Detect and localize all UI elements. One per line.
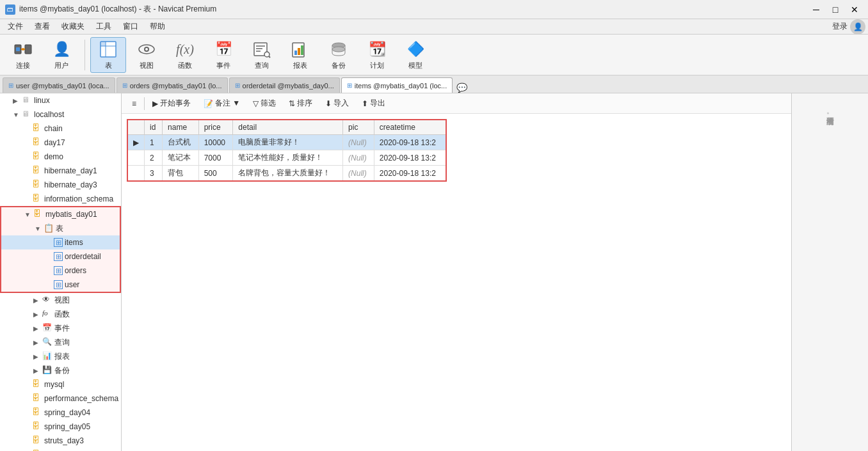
sidebar-label-hibernate-day1: hibernate_day1: [44, 166, 97, 175]
tab-orders[interactable]: ⊞ orders @mybatis_day01 (lo...: [117, 77, 228, 93]
menu-btn[interactable]: ≡: [127, 98, 141, 109]
toolbar-report[interactable]: 报表: [282, 37, 318, 73]
cell-createtime-2[interactable]: 2020-09-18 13:2: [374, 150, 446, 166]
table-icon-orderdetail: ⊞: [54, 252, 63, 261]
sidebar-item-performance-schema[interactable]: 🗄 performance_schema: [0, 392, 121, 406]
toolbar-query[interactable]: 查询: [244, 37, 280, 73]
toolbar-table[interactable]: 表: [90, 37, 126, 73]
table-row[interactable]: 3 背包 500 名牌背包，容量大质量好！ (Null) 2020-09-18 …: [127, 166, 446, 182]
cell-detail-1[interactable]: 电脑质量非常好！: [233, 135, 343, 150]
sidebar-item-tables-folder[interactable]: ▼ 📋 表: [1, 221, 120, 235]
sidebar-item-functions[interactable]: ▶ fo 函数: [0, 307, 121, 321]
cell-pic-2[interactable]: (Null): [343, 150, 374, 166]
login-label[interactable]: 登录: [832, 21, 848, 32]
sidebar-item-linux[interactable]: ▶ 🖥 linux: [0, 93, 121, 107]
cell-price-1[interactable]: 10000: [198, 135, 233, 150]
th-detail[interactable]: detail: [233, 120, 343, 135]
sort-btn[interactable]: ⇅ 排序: [284, 97, 317, 110]
sidebar-label-user: user: [65, 280, 79, 289]
th-id[interactable]: id: [145, 120, 163, 135]
sidebar-item-information-schema[interactable]: 🗄 information_schema: [0, 192, 121, 206]
th-price[interactable]: price: [198, 120, 233, 135]
sidebar-item-orders[interactable]: ⊞ orders: [1, 264, 120, 278]
cell-createtime-3[interactable]: 2020-09-18 13:2: [374, 166, 446, 182]
cell-createtime-1[interactable]: 2020-09-18 13:2: [374, 135, 446, 150]
report-label: 报表: [293, 61, 307, 70]
menu-window[interactable]: 窗口: [118, 20, 143, 33]
user-avatar[interactable]: 👤: [850, 19, 865, 35]
sidebar-label-demo: demo: [44, 152, 63, 161]
cell-id-1[interactable]: 1: [145, 135, 163, 150]
sidebar-item-views[interactable]: ▶ 👁 视图: [0, 293, 121, 307]
cell-name-1[interactable]: 台式机: [163, 135, 199, 150]
tab-items[interactable]: ⊞ items @mybatis_day01 (loc...: [341, 77, 453, 93]
table-row[interactable]: ▶ 1 台式机 10000 电脑质量非常好！ (Null) 2020-09-18…: [127, 135, 446, 150]
table-row[interactable]: 2 笔记本 7000 笔记本性能好，质量好！ (Null) 2020-09-18…: [127, 150, 446, 166]
tab-extra-btn[interactable]: 💬: [456, 83, 467, 93]
menu-view[interactable]: 查看: [29, 20, 55, 33]
close-button[interactable]: ✕: [846, 3, 863, 16]
toolbar-backup[interactable]: 备份: [321, 37, 357, 73]
th-pic[interactable]: pic: [343, 120, 374, 135]
sidebar-item-struts-day3[interactable]: 🗄 struts_day3: [0, 434, 121, 448]
start-transaction-btn[interactable]: ▶ 开始事务: [147, 97, 196, 110]
import-btn[interactable]: ⬇ 导入: [320, 97, 354, 110]
toolbar-function[interactable]: f(x) 函数: [167, 37, 203, 73]
menu-tools[interactable]: 工具: [91, 20, 117, 33]
th-createtime[interactable]: createtime: [374, 120, 446, 135]
sidebar-item-spring-day05[interactable]: 🗄 spring_day05: [0, 420, 121, 434]
sidebar-item-demo[interactable]: 🗄 demo: [0, 150, 121, 164]
model-icon: 🔷: [405, 39, 426, 59]
sidebar-item-mysql[interactable]: 🗄 mysql: [0, 377, 121, 392]
event-label: 事件: [216, 61, 230, 70]
sidebar-item-spring-day04[interactable]: 🗄 spring_day04: [0, 406, 121, 420]
sidebar-item-user[interactable]: ⊞ user: [1, 278, 120, 292]
sidebar-item-day17[interactable]: 🗄 day17: [0, 136, 121, 150]
sidebar-item-localhost[interactable]: ▼ 🖥 localhost: [0, 107, 121, 122]
th-name[interactable]: name: [163, 120, 199, 135]
event-icon: 📅: [213, 39, 234, 59]
sidebar-item-queries[interactable]: ▶ 🔍 查询: [0, 335, 121, 349]
tab-user[interactable]: ⊞ user @mybatis_day01 (loca...: [3, 77, 115, 93]
sidebar-item-items[interactable]: ⊞ items: [1, 235, 120, 249]
toolbar-user[interactable]: 👤 用户: [44, 37, 79, 73]
minimize-button[interactable]: ─: [808, 3, 824, 16]
toolbar-view[interactable]: 视图: [129, 37, 165, 73]
cell-pic-1[interactable]: (Null): [343, 135, 374, 150]
toolbar-connect[interactable]: 连接: [5, 37, 41, 73]
main-content: ▶ 🖥 linux ▼ 🖥 localhost 🗄 chain: [0, 93, 868, 451]
menu-help[interactable]: 帮助: [145, 20, 170, 33]
sidebar-item-hibernate-day1[interactable]: 🗄 hibernate_day1: [0, 164, 121, 178]
menu-favorites[interactable]: 收藏夹: [56, 20, 90, 33]
cell-id-2[interactable]: 2: [145, 150, 163, 166]
cell-pic-3[interactable]: (Null): [343, 166, 374, 182]
svg-rect-1: [25, 45, 31, 54]
tab-orders-label: orders @mybatis_day01 (lo...: [130, 82, 222, 90]
sidebar-item-sys[interactable]: 🗄 sys: [0, 448, 121, 451]
sidebar-item-mybatis-day01[interactable]: ▼ 🗄 mybatis_day01: [1, 207, 120, 221]
arrow-mybatis-day01: ▼: [24, 211, 33, 218]
filter-btn[interactable]: ▽ 筛选: [248, 97, 281, 110]
cell-name-3[interactable]: 背包: [163, 166, 199, 182]
cell-detail-2[interactable]: 笔记本性能好，质量好！: [233, 150, 343, 166]
toolbar-model[interactable]: 🔷 模型: [398, 37, 433, 73]
export-btn[interactable]: ⬆ 导出: [357, 97, 390, 110]
maximize-button[interactable]: □: [827, 3, 844, 16]
cell-price-3[interactable]: 500: [198, 166, 233, 182]
sidebar-item-hibernate-day3[interactable]: 🗄 hibernate_day3: [0, 178, 121, 192]
cell-detail-3[interactable]: 名牌背包，容量大质量好！: [233, 166, 343, 182]
sidebar-item-chain[interactable]: 🗄 chain: [0, 122, 121, 136]
login-area[interactable]: 登录 👤: [832, 19, 865, 35]
tab-orderdetail[interactable]: ⊞ orderdetail @mybatis_day0...: [229, 77, 340, 93]
cell-id-3[interactable]: 3: [145, 166, 163, 182]
cell-price-2[interactable]: 7000: [198, 150, 233, 166]
toolbar-event[interactable]: 📅 事件: [205, 37, 241, 73]
sidebar-item-reports[interactable]: ▶ 📊 报表: [0, 349, 121, 363]
cell-name-2[interactable]: 笔记本: [163, 150, 199, 166]
sidebar-item-orderdetail[interactable]: ⊞ orderdetail: [1, 249, 120, 264]
sidebar-item-backups[interactable]: ▶ 💾 备份: [0, 363, 121, 377]
sidebar-item-events[interactable]: ▶ 📅 事件: [0, 321, 121, 335]
toolbar-schedule[interactable]: 📆 计划: [359, 37, 395, 73]
menu-file[interactable]: 文件: [3, 20, 28, 33]
note-btn[interactable]: 📝 备注 ▼: [198, 97, 245, 110]
